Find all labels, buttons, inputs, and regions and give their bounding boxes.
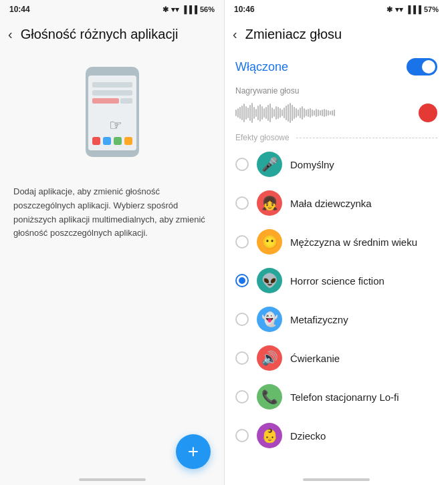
add-app-fab[interactable]: + <box>176 434 211 469</box>
left-status-bar: 10:44 ✱ ▾▾ ▐▐▐ 56% <box>0 0 224 19</box>
recording-label: Nagrywanie głosu <box>225 82 448 98</box>
effects-divider <box>296 138 437 138</box>
radio-dziecko[interactable] <box>235 429 249 442</box>
right-top-bar: ‹ Zmieniacz głosu <box>225 19 448 50</box>
toggle-label: Włączone <box>235 60 288 74</box>
voice-icon-telefon: 📞 <box>257 384 282 410</box>
voice-item-metafizyczny[interactable]: 👻Metafizyczny <box>225 300 448 339</box>
voice-name-cwierkanie: Ćwierkanie <box>290 353 340 364</box>
voice-name-dziecko: Dziecko <box>290 430 326 442</box>
voice-icon-metafizyczny: 👻 <box>257 307 282 332</box>
voice-item-horror[interactable]: 👽Horror science fiction <box>225 261 448 300</box>
svg-rect-6 <box>92 137 100 145</box>
right-bluetooth-icon: ✱ <box>386 5 393 14</box>
right-page-title: Zmieniacz głosu <box>245 27 342 42</box>
voice-name-mala-dziewczynka: Mała dziewczynka <box>290 198 372 209</box>
radio-mala-dziewczynka[interactable] <box>235 196 249 210</box>
voice-name-telefon: Telefon stacjonarny Lo-fi <box>290 391 399 403</box>
voice-item-cwierkanie[interactable]: 🔊Ćwierkanie <box>225 339 448 377</box>
phone-illustration: ☞ <box>72 63 152 170</box>
left-time: 10:44 <box>9 5 30 14</box>
right-signal-icon: ▐▐▐ <box>406 5 421 13</box>
left-status-icons: ✱ ▾▾ ▐▐▐ 56% <box>162 5 215 14</box>
left-panel: 10:44 ✱ ▾▾ ▐▐▐ 56% ‹ Głośność różnych ap… <box>0 0 224 485</box>
svg-rect-9 <box>124 137 132 145</box>
voice-name-horror: Horror science fiction <box>290 275 384 287</box>
svg-rect-2 <box>92 82 132 88</box>
voice-name-domyslny: Domyślny <box>290 159 334 170</box>
right-battery-text: 57% <box>424 5 439 13</box>
svg-rect-4 <box>92 98 119 104</box>
svg-rect-8 <box>114 137 122 145</box>
radio-metafizyczny[interactable] <box>235 313 249 326</box>
left-top-bar: ‹ Głośność różnych aplikacji <box>0 19 224 50</box>
wifi-icon: ▾▾ <box>171 5 179 14</box>
voice-icon-domyslny: 🎤 <box>257 152 282 177</box>
right-time: 10:46 <box>234 5 255 14</box>
voice-list: 🎤Domyślny👧Mała dziewczynka😶Mężczyzna w ś… <box>225 145 448 485</box>
voice-icon-mezczyzna: 😶 <box>257 229 282 255</box>
svg-rect-3 <box>92 90 132 96</box>
left-bottom-bar <box>79 478 146 481</box>
voice-icon-dziecko: 👶 <box>257 423 282 448</box>
radio-domyslny[interactable] <box>235 158 249 171</box>
voice-item-mala-dziewczynka[interactable]: 👧Mała dziewczynka <box>225 184 448 222</box>
voice-item-telefon[interactable]: 📞Telefon stacjonarny Lo-fi <box>225 377 448 416</box>
record-button[interactable] <box>419 104 437 122</box>
voice-icon-cwierkanie: 🔊 <box>257 345 282 371</box>
voice-name-mezczyzna: Mężczyzna w średnim wieku <box>290 236 417 248</box>
battery-text: 56% <box>200 5 215 13</box>
svg-text:☞: ☞ <box>109 117 122 134</box>
radio-horror[interactable] <box>235 274 249 287</box>
enable-toggle[interactable] <box>407 58 437 75</box>
radio-mezczyzna[interactable] <box>235 235 249 249</box>
svg-rect-5 <box>120 98 132 104</box>
voice-item-dziecko[interactable]: 👶Dziecko <box>225 416 448 455</box>
waveform-row <box>225 98 448 128</box>
right-back-button[interactable]: ‹ <box>230 24 240 45</box>
right-panel: 10:46 ✱ ▾▾ ▐▐▐ 57% ‹ Zmieniacz głosu Włą… <box>224 0 448 485</box>
illustration-area: ☞ <box>0 50 224 177</box>
right-bottom-bar <box>303 478 370 481</box>
bluetooth-icon: ✱ <box>162 5 169 14</box>
radio-telefon[interactable] <box>235 390 249 403</box>
voice-item-mezczyzna[interactable]: 😶Mężczyzna w średnim wieku <box>225 222 448 261</box>
voice-item-domyslny[interactable]: 🎤Domyślny <box>225 145 448 184</box>
voice-name-metafizyczny: Metafizyczny <box>290 314 348 325</box>
waveform-display <box>235 101 412 125</box>
signal-icon: ▐▐▐ <box>182 5 197 13</box>
toggle-row: Włączone <box>225 51 448 82</box>
description-text: Dodaj aplikacje, aby zmienić głośność po… <box>0 177 224 249</box>
voice-icon-horror: 👽 <box>257 268 282 293</box>
left-page-title: Głośność różnych aplikacji <box>21 27 179 42</box>
radio-cwierkanie[interactable] <box>235 351 249 365</box>
right-status-bar: 10:46 ✱ ▾▾ ▐▐▐ 57% <box>225 0 448 19</box>
right-status-icons: ✱ ▾▾ ▐▐▐ 57% <box>386 5 439 14</box>
right-wifi-icon: ▾▾ <box>395 5 403 14</box>
effects-label: Efekty głosowe <box>225 128 448 145</box>
voice-icon-mala-dziewczynka: 👧 <box>257 190 282 216</box>
left-back-button[interactable]: ‹ <box>5 24 15 45</box>
svg-rect-7 <box>103 137 111 145</box>
